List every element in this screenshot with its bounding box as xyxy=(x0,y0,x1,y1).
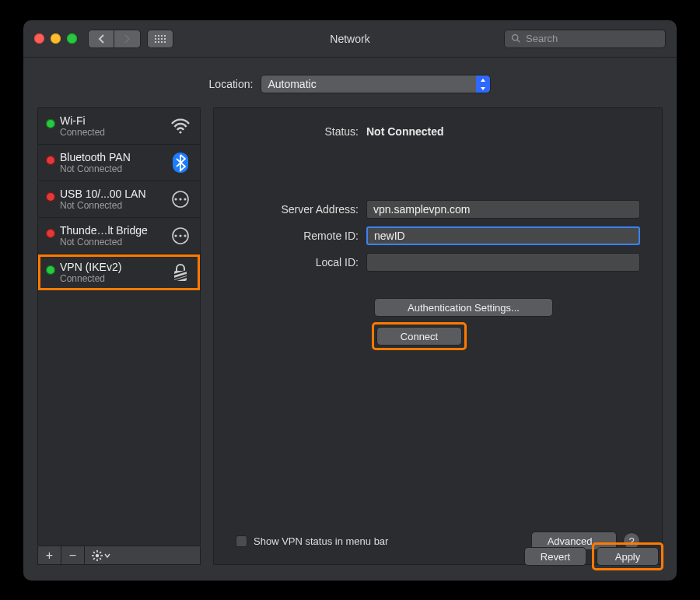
wifi-icon xyxy=(169,118,192,134)
network-preferences-window: Network Search Location: Automatic Wi-Fi xyxy=(23,20,677,581)
service-name: Bluetooth PAN xyxy=(60,151,169,163)
center-buttons: Authentication Settings... Connect xyxy=(374,298,640,348)
status-dot-icon xyxy=(46,156,55,165)
traffic-lights xyxy=(34,33,77,44)
server-address-label: Server Address: xyxy=(236,203,366,216)
service-item-bluetooth[interactable]: Bluetooth PAN Not Connected xyxy=(38,145,200,181)
status-value: Not Connected xyxy=(366,125,444,138)
body: Wi-Fi Connected Bluetooth PAN Not Connec… xyxy=(23,107,677,579)
location-label: Location: xyxy=(209,78,254,90)
service-status: Not Connected xyxy=(60,200,169,211)
svg-point-0 xyxy=(513,35,518,40)
service-name: Wi-Fi xyxy=(60,114,169,127)
svg-point-11 xyxy=(184,234,186,237)
local-id-input[interactable] xyxy=(366,253,640,272)
show-vpn-status-checkbox[interactable] xyxy=(236,535,247,547)
sidebar-tools: + − xyxy=(37,546,201,565)
service-item-vpn[interactable]: VPN (IKEv2) Connected xyxy=(38,254,200,290)
grid-icon xyxy=(155,35,166,43)
svg-point-2 xyxy=(179,131,181,133)
status-dot-icon xyxy=(46,192,55,202)
svg-point-10 xyxy=(179,234,181,237)
gear-icon xyxy=(92,550,103,561)
service-list[interactable]: Wi-Fi Connected Bluetooth PAN Not Connec… xyxy=(37,107,201,546)
svg-line-19 xyxy=(100,558,101,560)
svg-point-9 xyxy=(174,234,177,237)
service-status: Connected xyxy=(60,273,169,284)
sidebar: Wi-Fi Connected Bluetooth PAN Not Connec… xyxy=(37,107,201,565)
minimize-window-button[interactable] xyxy=(51,33,61,44)
service-actions-button[interactable] xyxy=(85,546,117,564)
detail-pane: Status: Not Connected Server Address: Re… xyxy=(213,107,663,565)
auth-settings-button[interactable]: Authentication Settings... xyxy=(374,298,553,317)
bluetooth-icon xyxy=(169,152,192,174)
remote-id-label: Remote ID: xyxy=(236,230,366,242)
server-address-input[interactable] xyxy=(366,200,640,219)
location-popup[interactable]: Automatic xyxy=(261,75,491,93)
service-name: Thunde…lt Bridge xyxy=(60,224,169,237)
lock-icon xyxy=(169,262,192,282)
search-icon xyxy=(511,33,521,44)
svg-point-5 xyxy=(174,198,177,200)
status-dot-icon xyxy=(46,119,55,128)
connect-highlight: Connect xyxy=(374,325,464,348)
svg-point-6 xyxy=(179,198,181,200)
svg-line-1 xyxy=(517,40,520,42)
titlebar: Network Search xyxy=(23,20,677,58)
location-row: Location: Automatic xyxy=(23,58,677,107)
footer-buttons: Revert Apply xyxy=(524,545,661,568)
service-name: VPN (IKEv2) xyxy=(60,261,169,273)
svg-line-21 xyxy=(93,558,95,560)
popup-arrows-icon xyxy=(476,75,490,93)
status-dot-icon xyxy=(46,265,55,275)
show-vpn-status-label: Show VPN status in menu bar xyxy=(254,535,388,547)
apply-button[interactable]: Apply xyxy=(597,547,659,566)
service-name: USB 10/...00 LAN xyxy=(60,188,169,200)
zoom-window-button[interactable] xyxy=(67,33,77,44)
service-item-usb-lan[interactable]: USB 10/...00 LAN Not Connected xyxy=(38,181,200,218)
remote-id-row: Remote ID: xyxy=(236,226,640,245)
search-field[interactable]: Search xyxy=(504,30,666,48)
location-value: Automatic xyxy=(268,78,316,90)
back-button[interactable] xyxy=(88,30,114,48)
service-status: Connected xyxy=(60,127,169,138)
ethernet-icon xyxy=(169,227,192,244)
nav-buttons xyxy=(88,30,141,48)
svg-point-13 xyxy=(96,553,99,556)
search-placeholder: Search xyxy=(526,33,558,44)
server-address-row: Server Address: xyxy=(236,200,640,219)
add-service-button[interactable]: + xyxy=(38,546,61,564)
status-row: Status: Not Connected xyxy=(236,125,640,138)
status-label: Status: xyxy=(236,125,366,138)
connect-button[interactable]: Connect xyxy=(376,327,462,346)
service-item-thunderbolt[interactable]: Thunde…lt Bridge Not Connected xyxy=(38,218,200,254)
close-window-button[interactable] xyxy=(34,33,44,44)
status-dot-icon xyxy=(46,229,55,238)
remove-service-button[interactable]: − xyxy=(61,546,85,564)
remote-id-input[interactable] xyxy=(366,226,640,245)
svg-line-20 xyxy=(100,552,101,553)
ethernet-icon xyxy=(169,191,192,208)
service-status: Not Connected xyxy=(60,237,169,247)
local-id-label: Local ID: xyxy=(236,256,366,268)
revert-button[interactable]: Revert xyxy=(524,547,586,566)
local-id-row: Local ID: xyxy=(236,253,640,272)
svg-point-7 xyxy=(184,198,186,200)
apply-highlight: Apply xyxy=(594,545,661,568)
service-item-wifi[interactable]: Wi-Fi Connected xyxy=(38,108,200,145)
service-status: Not Connected xyxy=(60,163,169,174)
show-all-button[interactable] xyxy=(147,30,173,48)
svg-line-18 xyxy=(93,552,95,553)
chevron-down-icon xyxy=(104,553,110,558)
forward-button[interactable] xyxy=(114,30,141,48)
